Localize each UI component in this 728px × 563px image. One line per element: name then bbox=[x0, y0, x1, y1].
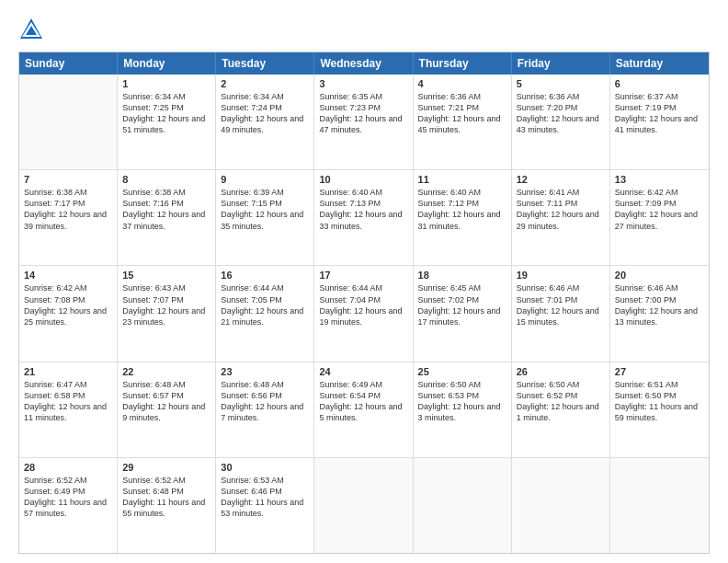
cell-info: Daylight: 12 hours and 41 minutes. bbox=[615, 113, 704, 135]
cell-info: Daylight: 12 hours and 5 minutes. bbox=[319, 401, 407, 423]
day-number: 30 bbox=[221, 462, 309, 473]
day-number: 15 bbox=[122, 270, 210, 281]
cell-info: Sunrise: 6:46 AM bbox=[517, 282, 605, 293]
cell-info: Sunrise: 6:52 AM bbox=[122, 475, 210, 486]
calendar-cell: 18Sunrise: 6:45 AMSunset: 7:02 PMDayligh… bbox=[414, 266, 512, 361]
calendar-row-3: 14Sunrise: 6:42 AMSunset: 7:08 PMDayligh… bbox=[19, 266, 709, 362]
logo-icon bbox=[18, 17, 44, 42]
cell-info: Sunrise: 6:38 AM bbox=[122, 187, 210, 198]
cell-info: Sunrise: 6:36 AM bbox=[517, 91, 605, 102]
cell-info: Sunset: 7:04 PM bbox=[319, 294, 407, 305]
cell-info: Daylight: 12 hours and 47 minutes. bbox=[319, 113, 407, 135]
calendar-row-5: 28Sunrise: 6:52 AMSunset: 6:49 PMDayligh… bbox=[19, 458, 709, 553]
calendar-cell: 24Sunrise: 6:49 AMSunset: 6:54 PMDayligh… bbox=[314, 362, 413, 457]
cell-info: Sunrise: 6:40 AM bbox=[319, 187, 407, 198]
cell-info: Sunset: 7:07 PM bbox=[122, 294, 210, 305]
header-day-thursday: Thursday bbox=[414, 52, 512, 75]
calendar-cell: 30Sunrise: 6:53 AMSunset: 6:46 PMDayligh… bbox=[216, 458, 314, 553]
cell-info: Sunrise: 6:47 AM bbox=[24, 379, 112, 390]
cell-info: Daylight: 12 hours and 51 minutes. bbox=[122, 113, 210, 135]
calendar-cell: 25Sunrise: 6:50 AMSunset: 6:53 PMDayligh… bbox=[414, 362, 512, 457]
calendar-cell: 15Sunrise: 6:43 AMSunset: 7:07 PMDayligh… bbox=[118, 266, 216, 361]
cell-info: Daylight: 12 hours and 23 minutes. bbox=[122, 305, 210, 327]
calendar-cell: 16Sunrise: 6:44 AMSunset: 7:05 PMDayligh… bbox=[216, 266, 314, 361]
cell-info: Daylight: 12 hours and 33 minutes. bbox=[319, 209, 407, 231]
cell-info: Daylight: 12 hours and 17 minutes. bbox=[418, 305, 506, 327]
cell-info: Sunrise: 6:50 AM bbox=[517, 379, 605, 390]
day-number: 10 bbox=[319, 174, 407, 185]
calendar-cell bbox=[414, 458, 512, 553]
day-number: 13 bbox=[615, 174, 704, 185]
cell-info: Sunrise: 6:48 AM bbox=[221, 379, 309, 390]
day-number: 9 bbox=[221, 174, 309, 185]
header-day-sunday: Sunday bbox=[19, 52, 118, 75]
calendar-header: SundayMondayTuesdayWednesdayThursdayFrid… bbox=[19, 52, 709, 75]
cell-info: Daylight: 12 hours and 3 minutes. bbox=[418, 401, 506, 423]
calendar-cell: 2Sunrise: 6:34 AMSunset: 7:24 PMDaylight… bbox=[216, 75, 314, 169]
cell-info: Daylight: 11 hours and 55 minutes. bbox=[122, 497, 210, 519]
cell-info: Sunset: 7:01 PM bbox=[517, 294, 605, 305]
day-number: 12 bbox=[517, 174, 605, 185]
calendar-cell bbox=[512, 458, 610, 553]
calendar-cell bbox=[19, 75, 118, 169]
calendar-cell: 10Sunrise: 6:40 AMSunset: 7:13 PMDayligh… bbox=[314, 170, 413, 265]
cell-info: Sunset: 7:19 PM bbox=[615, 102, 704, 113]
cell-info: Sunrise: 6:44 AM bbox=[221, 282, 309, 293]
day-number: 5 bbox=[517, 78, 605, 89]
header-day-friday: Friday bbox=[512, 52, 610, 75]
calendar-cell: 11Sunrise: 6:40 AMSunset: 7:12 PMDayligh… bbox=[414, 170, 512, 265]
day-number: 18 bbox=[418, 270, 506, 281]
cell-info: Daylight: 11 hours and 57 minutes. bbox=[24, 497, 112, 519]
day-number: 2 bbox=[221, 78, 309, 89]
cell-info: Sunrise: 6:41 AM bbox=[517, 187, 605, 198]
cell-info: Sunrise: 6:48 AM bbox=[122, 379, 210, 390]
cell-info: Daylight: 12 hours and 27 minutes. bbox=[615, 209, 704, 231]
cell-info: Daylight: 12 hours and 15 minutes. bbox=[517, 305, 605, 327]
cell-info: Sunset: 7:02 PM bbox=[418, 294, 506, 305]
calendar-cell: 12Sunrise: 6:41 AMSunset: 7:11 PMDayligh… bbox=[512, 170, 610, 265]
day-number: 28 bbox=[24, 462, 112, 473]
calendar-cell: 20Sunrise: 6:46 AMSunset: 7:00 PMDayligh… bbox=[610, 266, 709, 361]
header-day-monday: Monday bbox=[118, 52, 216, 75]
day-number: 11 bbox=[418, 174, 506, 185]
header-day-tuesday: Tuesday bbox=[216, 52, 314, 75]
day-number: 20 bbox=[615, 270, 704, 281]
day-number: 16 bbox=[221, 270, 309, 281]
calendar-cell: 4Sunrise: 6:36 AMSunset: 7:21 PMDaylight… bbox=[414, 75, 512, 169]
cell-info: Sunrise: 6:52 AM bbox=[24, 475, 112, 486]
cell-info: Sunrise: 6:34 AM bbox=[122, 91, 210, 102]
calendar-cell bbox=[314, 458, 413, 553]
cell-info: Daylight: 12 hours and 43 minutes. bbox=[517, 113, 605, 135]
day-number: 17 bbox=[319, 270, 407, 281]
cell-info: Sunrise: 6:39 AM bbox=[221, 187, 309, 198]
cell-info: Sunset: 7:05 PM bbox=[221, 294, 309, 305]
calendar-cell: 1Sunrise: 6:34 AMSunset: 7:25 PMDaylight… bbox=[118, 75, 216, 169]
cell-info: Sunrise: 6:49 AM bbox=[319, 379, 407, 390]
cell-info: Sunrise: 6:53 AM bbox=[221, 475, 309, 486]
cell-info: Sunrise: 6:37 AM bbox=[615, 91, 704, 102]
cell-info: Sunset: 7:20 PM bbox=[517, 102, 605, 113]
cell-info: Sunrise: 6:36 AM bbox=[418, 91, 506, 102]
calendar-cell: 6Sunrise: 6:37 AMSunset: 7:19 PMDaylight… bbox=[610, 75, 709, 169]
cell-info: Daylight: 12 hours and 29 minutes. bbox=[517, 209, 605, 231]
day-number: 19 bbox=[517, 270, 605, 281]
cell-info: Sunset: 7:00 PM bbox=[615, 294, 704, 305]
cell-info: Daylight: 11 hours and 59 minutes. bbox=[615, 401, 704, 423]
cell-info: Sunset: 7:23 PM bbox=[319, 102, 407, 113]
cell-info: Sunset: 6:46 PM bbox=[221, 486, 309, 497]
cell-info: Sunset: 7:15 PM bbox=[221, 198, 309, 209]
cell-info: Sunset: 7:24 PM bbox=[221, 102, 309, 113]
cell-info: Daylight: 12 hours and 21 minutes. bbox=[221, 305, 309, 327]
cell-info: Daylight: 12 hours and 11 minutes. bbox=[24, 401, 112, 423]
cell-info: Daylight: 12 hours and 45 minutes. bbox=[418, 113, 506, 135]
day-number: 3 bbox=[319, 78, 407, 89]
cell-info: Sunset: 7:25 PM bbox=[122, 102, 210, 113]
day-number: 27 bbox=[615, 366, 704, 377]
cell-info: Daylight: 12 hours and 13 minutes. bbox=[615, 305, 704, 327]
cell-info: Sunset: 6:53 PM bbox=[418, 390, 506, 401]
calendar-cell: 29Sunrise: 6:52 AMSunset: 6:48 PMDayligh… bbox=[118, 458, 216, 553]
cell-info: Sunset: 6:50 PM bbox=[615, 390, 704, 401]
calendar-row-2: 7Sunrise: 6:38 AMSunset: 7:17 PMDaylight… bbox=[19, 170, 709, 266]
cell-info: Sunrise: 6:44 AM bbox=[319, 282, 407, 293]
header-day-wednesday: Wednesday bbox=[314, 52, 413, 75]
